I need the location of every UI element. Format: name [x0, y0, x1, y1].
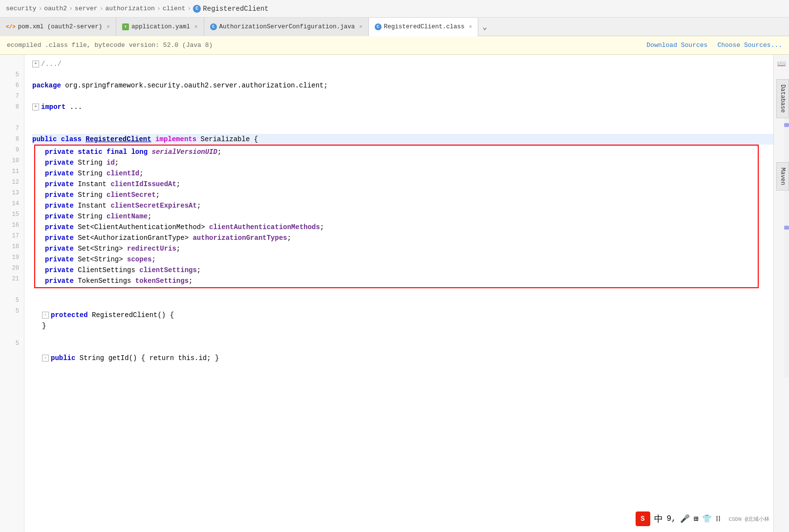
breadcrumb-security[interactable]: security — [6, 5, 36, 12]
fold-icon[interactable]: + — [32, 61, 39, 67]
ln-blank6: 5 — [0, 306, 19, 317]
field-clientSecret: private String clientSecret ; — [35, 190, 758, 200]
breadcrumb-authorization[interactable]: authorization — [105, 5, 154, 12]
breadcrumb-oauth2[interactable]: oauth2 — [44, 5, 67, 12]
field-clientName-name: clientName — [107, 211, 148, 222]
s5: ; — [217, 147, 221, 157]
method-fold-icon[interactable]: - — [42, 355, 49, 362]
ln-10: 10 — [0, 155, 19, 166]
s11: ; — [176, 179, 180, 190]
sep2: › — [69, 5, 73, 12]
blank-line-a — [32, 112, 773, 123]
tab-yaml-close[interactable]: × — [194, 24, 198, 30]
blank-line-e — [32, 331, 773, 342]
ln-6: 6 — [0, 80, 19, 91]
field-clientSecretExpiresAt: private Instant clientSecretExpiresAt ; — [35, 200, 758, 211]
s25: ; — [151, 254, 155, 265]
tab-pom-xml[interactable]: </> pom.xml (oauth2-server) × — [0, 18, 116, 36]
sep5: › — [188, 5, 192, 12]
field-clientIdIssuedAt-name: clientIdIssuedAt — [110, 179, 176, 190]
ln-15: 15 — [0, 209, 19, 220]
fold-line: + /.../ — [32, 59, 773, 69]
tab-rc-close[interactable]: × — [469, 24, 472, 30]
s13: ; — [156, 190, 160, 200]
ln-13: 13 — [0, 188, 19, 198]
s3 — [127, 147, 131, 157]
tab-bar: </> pom.xml (oauth2-server) × Y applicat… — [0, 18, 789, 36]
blank-line-f — [32, 342, 773, 353]
s4 — [148, 147, 151, 157]
line-numbers: 5 6 7 8 7 8 9 10 11 12 13 14 15 16 17 18… — [0, 55, 24, 532]
kw-private-2: private — [45, 157, 74, 168]
download-sources-link[interactable]: Download Sources — [647, 42, 708, 49]
xml-icon: </> — [6, 24, 16, 30]
import-fold-icon[interactable]: + — [32, 104, 39, 110]
field-clientSettings: private ClientSettings clientSettings ; — [35, 265, 758, 276]
fold-text: /.../ — [41, 59, 62, 69]
s31: String getId() { return this.id; } — [75, 353, 219, 363]
tab-rc-label: RegisteredClient.class — [384, 23, 465, 30]
choose-sources-link[interactable]: Choose Sources... — [717, 42, 782, 49]
tab-yaml[interactable]: Y application.yaml × — [116, 18, 204, 36]
ln-19: 19 — [0, 252, 19, 263]
chinese-char-1: 中 — [654, 513, 663, 525]
ln-blank3: 7 — [0, 123, 19, 134]
shirt-icon: 👕 — [702, 514, 712, 524]
java-icon-auth: C — [210, 23, 217, 30]
package-name: org.springframework.security.oauth2.serv… — [61, 80, 328, 91]
field-redirectUris: private Set<String> redirectUris ; — [35, 243, 758, 254]
s19: ; — [320, 222, 324, 233]
tab-registered-client[interactable]: C RegisteredClient.class × — [369, 18, 479, 37]
kw-protected: protected — [51, 310, 88, 320]
java-icon-rc: C — [375, 23, 382, 30]
scroll-marker-3 — [784, 226, 789, 230]
ln-blank1: 7 — [0, 91, 19, 102]
kw-private-6: private — [45, 200, 74, 211]
ln-12: 12 — [0, 177, 19, 188]
database-tab[interactable]: Database — [776, 79, 789, 118]
s23: ; — [176, 243, 180, 254]
bookmark-icon[interactable]: 📖 — [777, 59, 787, 68]
kw-private-10: private — [45, 243, 74, 254]
code-content[interactable]: + /.../ package org.springframework.secu… — [24, 55, 773, 532]
field-scopes: private Set<String> scopes ; — [35, 254, 758, 265]
tab-auth-close[interactable]: × — [359, 24, 363, 30]
fields-section: private static final long serialVersionU… — [32, 145, 773, 288]
csdn-logo: S — [636, 511, 650, 526]
import-ellipsis: ... — [65, 102, 82, 112]
s28: TokenSettings — [74, 276, 135, 286]
package-line: package org.springframework.security.oau… — [32, 80, 773, 91]
scroll-marker-1 — [784, 123, 789, 127]
kw-import: import — [41, 102, 65, 112]
kw-class: class — [61, 134, 82, 145]
info-actions: Download Sources Choose Sources... — [647, 42, 782, 49]
s10: Instant — [74, 179, 111, 190]
breadcrumb-server[interactable]: server — [75, 5, 98, 12]
class-name: RegisteredClient — [85, 134, 151, 145]
tab-auth-config[interactable]: C AuthorizationServerConfiguration.java … — [204, 18, 369, 36]
s15: ; — [197, 200, 201, 211]
s6: String — [74, 157, 107, 168]
field-scopes-name: scopes — [127, 254, 151, 265]
ln-16: 16 — [0, 220, 19, 231]
info-message: ecompiled .class file, bytecode version:… — [7, 42, 213, 49]
protected-constructor-line: - protected RegisteredClient() { — [32, 310, 773, 320]
breadcrumb-client[interactable]: client — [163, 5, 186, 12]
tab-overflow-button[interactable]: ⌄ — [478, 22, 491, 32]
field-id: private String id ; — [35, 157, 758, 168]
maven-tab[interactable]: Maven — [776, 162, 789, 191]
kw-public-m: public — [51, 353, 75, 363]
import-line: + import ... — [32, 102, 773, 112]
constructor-fold-icon[interactable]: - — [42, 312, 49, 319]
s26: ClientSettings — [74, 265, 139, 276]
field-authGrantTypes-name: authorizationGrantTypes — [192, 233, 287, 243]
kw-private-8: private — [45, 222, 74, 233]
mini-scrollbar[interactable] — [784, 84, 789, 377]
close-brace: } — [42, 320, 46, 331]
tab-pom-label: pom.xml (oauth2-server) — [18, 23, 103, 30]
tab-pom-close[interactable]: × — [107, 24, 110, 30]
ln-18: 18 — [0, 241, 19, 252]
kw-private-9: private — [45, 233, 74, 243]
field-redirectUris-name: redirectUris — [127, 243, 176, 254]
ln-blank7 — [0, 317, 19, 327]
